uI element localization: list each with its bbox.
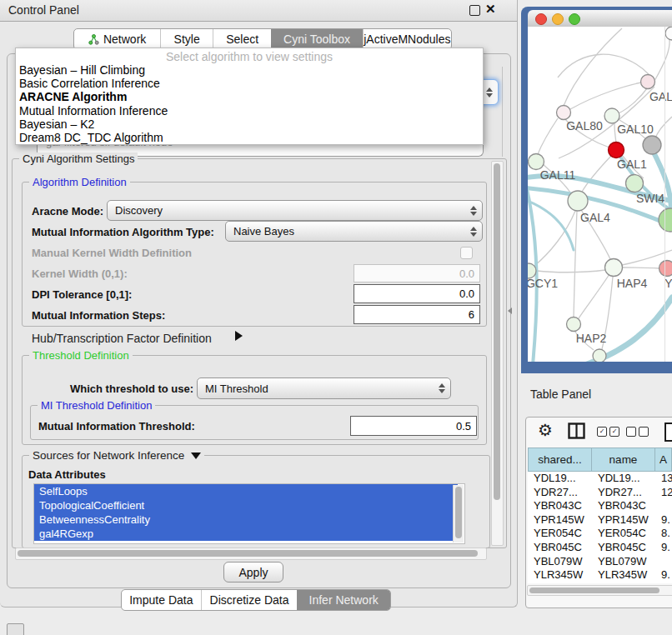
settings-vertical-scrollbar[interactable]	[491, 161, 504, 546]
hub-definition-label[interactable]: Hub/Transcription Factor Definition	[32, 332, 212, 345]
table-settings-gear-icon[interactable]: ⚙	[538, 422, 553, 438]
tab-style[interactable]: Style	[160, 29, 213, 49]
algorithm-option[interactable]: Bayesian – K2	[16, 118, 483, 131]
dpi-tolerance-field[interactable]: 0.0	[354, 284, 480, 303]
tab-cyni-toolbox[interactable]: Cyni Toolbox	[271, 29, 362, 49]
table-row[interactable]: YBR045CYBR045C9.	[528, 541, 672, 555]
network-node[interactable]	[568, 191, 588, 211]
threshold-definition-title: Threshold Definition	[29, 349, 133, 362]
tab-discretize-data[interactable]: Discretize Data	[201, 590, 298, 610]
attribute-item[interactable]: BetweennessCentrality	[34, 512, 458, 527]
algorithm-option[interactable]: Dream8 DC_TDC Algorithm	[16, 131, 483, 144]
kernel-width-field[interactable]: 0.0	[354, 264, 480, 282]
minimize-traffic-light[interactable]	[552, 13, 564, 25]
manual-kernel-checkbox[interactable]	[460, 247, 473, 259]
attribute-item[interactable]: TopologicalCoefficient	[34, 498, 458, 512]
mi-type-combo[interactable]: Naive Bayes	[225, 221, 483, 242]
network-edge[interactable]	[579, 274, 609, 318]
column-header-name[interactable]: name	[592, 448, 655, 472]
column-header-shared-name[interactable]: shared...	[528, 448, 592, 472]
attributes-scrollbar-thumb[interactable]	[455, 487, 462, 538]
attribute-item[interactable]: gal4RGexp	[34, 527, 458, 541]
mi-threshold-field[interactable]: 0.5	[350, 416, 477, 436]
network-node[interactable]	[665, 27, 672, 40]
which-threshold-combo[interactable]: MI Threshold	[197, 378, 451, 399]
select-all-columns-icon[interactable]: ✓ ✓	[597, 427, 619, 437]
table-hscrollbar-thumb[interactable]	[529, 588, 659, 593]
split-columns-icon[interactable]	[568, 422, 585, 439]
tab-jactivemnodules[interactable]: jActiveMNodules	[363, 29, 451, 49]
tab-infer-network[interactable]: Infer Network	[297, 590, 390, 610]
network-edge[interactable]	[558, 54, 649, 78]
network-edge[interactable]	[619, 88, 647, 113]
network-node[interactable]	[593, 349, 606, 362]
data-attributes-list[interactable]: SelfLoopsTopologicalCoefficientBetweenne…	[33, 483, 465, 544]
splitter-collapse-arrow[interactable]	[508, 308, 512, 314]
table-horizontal-scrollbar[interactable]	[527, 585, 672, 596]
network-node[interactable]	[641, 75, 655, 89]
apply-button-label: Apply	[238, 566, 268, 579]
column-header-partial[interactable]: A	[655, 448, 672, 472]
table-row[interactable]: YPR145WYPR145W9.	[528, 513, 672, 528]
deselect-all-columns-icon[interactable]	[626, 427, 649, 437]
aracne-mode-combo[interactable]: Discovery	[107, 200, 483, 221]
network-edge[interactable]	[614, 123, 616, 142]
algorithm-option[interactable]: Mutual Information Inference	[16, 104, 483, 118]
table-row[interactable]: YDL19...YDL19...13	[528, 472, 672, 486]
network-edge[interactable]	[623, 268, 659, 268]
attributes-scrollbar[interactable]	[453, 485, 464, 542]
network-edge[interactable]	[655, 117, 672, 138]
settings-scrollbar-thumb[interactable]	[494, 163, 500, 500]
close-icon[interactable]: ✕	[485, 2, 496, 17]
zoom-traffic-light[interactable]	[569, 13, 580, 25]
network-node-label: GAL1	[617, 158, 647, 171]
network-node[interactable]	[557, 106, 571, 120]
network-icon	[88, 34, 99, 45]
algorithm-option[interactable]: ARACNE Algorithm	[16, 90, 483, 103]
network-node[interactable]	[626, 175, 644, 192]
network-node[interactable]	[659, 208, 672, 232]
network-node[interactable]	[643, 136, 661, 154]
network-node[interactable]	[604, 108, 619, 123]
table-cell: 8.	[655, 527, 672, 541]
table-rows[interactable]: YDL19...YDL19...13YDR27...YDR27...12YBR0…	[528, 472, 672, 583]
settings-horizontal-scrollbar[interactable]	[15, 548, 487, 560]
attribute-item[interactable]: SelfLoops	[34, 484, 458, 498]
collapse-arrow-icon[interactable]	[191, 452, 201, 459]
table-row[interactable]: YER054CYER054C8.	[528, 527, 672, 541]
network-node[interactable]	[529, 154, 544, 170]
float-window-icon[interactable]	[469, 5, 480, 16]
table-row[interactable]: YBL079WYBL079W	[528, 555, 672, 569]
network-window-titlebar[interactable]	[528, 10, 672, 28]
network-edge[interactable]	[564, 28, 622, 106]
algorithm-option[interactable]: Basic Correlation Inference	[16, 77, 483, 90]
table-row[interactable]: YIL052CYIL052C9	[528, 582, 672, 583]
network-node[interactable]	[659, 261, 672, 277]
partial-toolbar-icon[interactable]	[664, 422, 672, 442]
network-edge[interactable]	[538, 118, 558, 154]
tab-network[interactable]: Network	[74, 29, 160, 49]
network-edge[interactable]	[537, 270, 605, 272]
tab-select[interactable]: Select	[213, 29, 272, 49]
network-edge[interactable]	[574, 211, 577, 317]
table-row[interactable]: YLR345WYLR345W9.	[528, 568, 672, 582]
network-canvas[interactable]: GALGAL80GAL10GAL1GAL11SWI4GAL4GCY1HAP4YH…	[528, 27, 672, 362]
algorithm-option[interactable]: Bayesian – Hill Climbing	[16, 63, 483, 77]
apply-button[interactable]: Apply	[223, 562, 283, 582]
tab-impute-data[interactable]: Impute Data	[122, 590, 201, 610]
mi-threshold-label: Mutual Information Threshold:	[38, 420, 195, 432]
network-edge[interactable]	[654, 39, 669, 81]
network-node[interactable]	[605, 259, 623, 277]
table-row[interactable]: YBR043CYBR043C	[528, 499, 672, 513]
table-row[interactable]: YDR27...YDR27...12	[528, 486, 672, 500]
close-traffic-light[interactable]	[535, 13, 547, 25]
mi-steps-field[interactable]: 6	[354, 305, 480, 324]
corner-panel-button[interactable]	[7, 623, 24, 635]
canvas-edge-line	[664, 27, 665, 362]
table-header-row: shared... name A	[528, 448, 672, 472]
aracne-mode-label: Aracne Mode:	[32, 205, 103, 218]
network-node[interactable]	[567, 318, 581, 332]
settings-hscrollbar-thumb[interactable]	[18, 550, 478, 557]
network-node[interactable]	[609, 142, 624, 158]
expand-arrow-icon[interactable]	[235, 331, 243, 341]
